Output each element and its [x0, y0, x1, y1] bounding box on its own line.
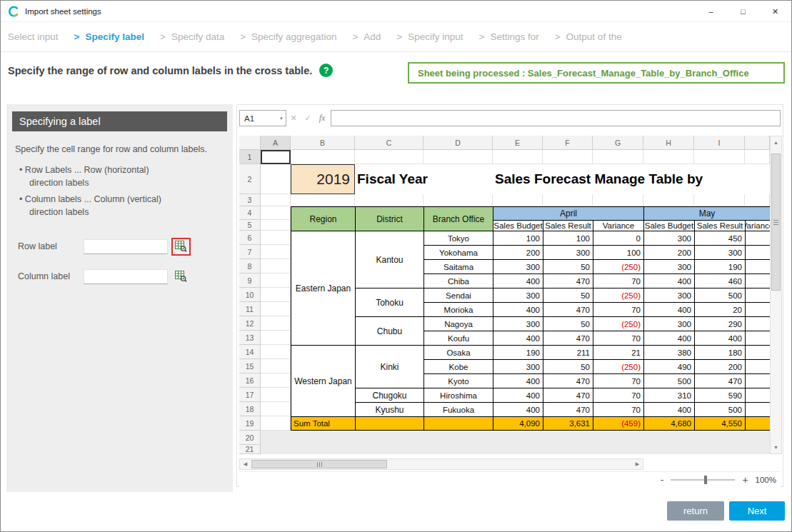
- value-cell-clipped[interactable]: [745, 273, 770, 288]
- value-cell[interactable]: 460: [694, 273, 745, 288]
- cell-G21[interactable]: [593, 445, 643, 454]
- sum-cell-clipped[interactable]: [745, 416, 770, 431]
- cell-J21[interactable]: [745, 445, 770, 454]
- cell-B20[interactable]: [291, 431, 355, 445]
- header-may[interactable]: May: [643, 206, 770, 220]
- cell-A8[interactable]: [261, 259, 291, 273]
- value-cell[interactable]: 300: [543, 245, 593, 259]
- branch-cell[interactable]: Sendai: [423, 288, 493, 302]
- vertical-scrollbar[interactable]: ▲ ▼: [770, 136, 782, 454]
- column-header-C[interactable]: C: [355, 136, 423, 150]
- cell-B3[interactable]: [291, 194, 355, 206]
- cell-F21[interactable]: [543, 445, 593, 454]
- header-branch-office[interactable]: Branch Office: [423, 206, 493, 231]
- value-cell[interactable]: 300: [493, 288, 543, 302]
- value-cell[interactable]: 300: [493, 359, 543, 373]
- value-cell-clipped[interactable]: [745, 259, 770, 273]
- cell-D3[interactable]: [423, 194, 493, 206]
- select-all-corner[interactable]: [239, 136, 261, 150]
- cell-A5[interactable]: [261, 220, 291, 231]
- value-cell[interactable]: 450: [694, 231, 745, 245]
- cell-year[interactable]: 2019: [291, 164, 355, 194]
- row-header-10[interactable]: 10: [239, 288, 261, 302]
- value-cell[interactable]: 590: [694, 388, 745, 402]
- fx-icon[interactable]: fx: [315, 113, 329, 124]
- subheader-variance[interactable]: Variance: [745, 220, 770, 231]
- cell-A16[interactable]: [261, 373, 291, 388]
- value-cell[interactable]: 300: [694, 245, 745, 259]
- value-cell-clipped[interactable]: [745, 388, 770, 402]
- branch-cell[interactable]: Kobe: [423, 359, 493, 373]
- value-cell[interactable]: 400: [493, 273, 543, 288]
- district-cell[interactable]: Kinki: [355, 345, 423, 388]
- value-cell[interactable]: 470: [543, 373, 593, 388]
- wizard-step-specify-data[interactable]: >Specify data: [160, 31, 224, 42]
- cell-J20[interactable]: [745, 431, 770, 445]
- row-header-17[interactable]: 17: [239, 388, 261, 402]
- cell-A7[interactable]: [261, 245, 291, 259]
- row-header-5[interactable]: 5: [239, 220, 261, 231]
- row-header-14[interactable]: 14: [239, 345, 261, 359]
- subheader-sales-result[interactable]: Sales Result: [543, 220, 593, 231]
- cell-C1[interactable]: [355, 150, 423, 164]
- value-cell-clipped[interactable]: [745, 316, 770, 331]
- cell-A18[interactable]: [261, 402, 291, 416]
- row-header-6[interactable]: 6: [239, 231, 261, 245]
- cell-H20[interactable]: [643, 431, 694, 445]
- cell-I3[interactable]: [694, 194, 745, 206]
- row-header-4[interactable]: 4: [239, 206, 261, 220]
- value-cell-clipped[interactable]: [745, 373, 770, 388]
- cell-I21[interactable]: [694, 445, 745, 454]
- value-cell[interactable]: 400: [643, 402, 694, 416]
- value-cell[interactable]: 70: [593, 331, 643, 345]
- cell-A10[interactable]: [261, 288, 291, 302]
- value-cell[interactable]: (250): [593, 259, 643, 273]
- row-header-3[interactable]: 3: [239, 194, 261, 206]
- value-cell[interactable]: 200: [643, 245, 694, 259]
- value-cell[interactable]: 20: [694, 302, 745, 316]
- district-cell[interactable]: Chugoku: [355, 388, 423, 402]
- cell-A2[interactable]: [261, 164, 291, 194]
- row-header-2[interactable]: 2: [239, 164, 261, 194]
- value-cell[interactable]: 100: [543, 231, 593, 245]
- cancel-icon[interactable]: ✕: [286, 114, 301, 123]
- value-cell[interactable]: 400: [643, 302, 694, 316]
- name-box[interactable]: A1 ▼: [239, 110, 286, 126]
- value-cell[interactable]: 470: [543, 331, 593, 345]
- branch-cell[interactable]: Yokohama: [423, 245, 493, 259]
- row-label-input[interactable]: [84, 239, 168, 254]
- cell-C20[interactable]: [355, 431, 423, 445]
- cell-F1[interactable]: [543, 150, 593, 164]
- maximize-button[interactable]: □: [727, 1, 759, 22]
- wizard-step-output-of-the[interactable]: >Output of the: [555, 31, 622, 42]
- cell-A20[interactable]: [261, 431, 291, 445]
- value-cell[interactable]: (250): [593, 316, 643, 331]
- value-cell-clipped[interactable]: [745, 245, 770, 259]
- value-cell[interactable]: 400: [643, 273, 694, 288]
- active-cell-outline[interactable]: [261, 150, 291, 164]
- value-cell[interactable]: 500: [694, 288, 745, 302]
- row-header-1[interactable]: 1: [239, 150, 261, 164]
- row-header-21[interactable]: 21: [239, 445, 261, 454]
- cell-A11[interactable]: [261, 302, 291, 316]
- cell-H21[interactable]: [643, 445, 694, 454]
- value-cell[interactable]: 50: [543, 259, 593, 273]
- row-header-19[interactable]: 19: [239, 416, 261, 431]
- cell-A17[interactable]: [261, 388, 291, 402]
- header-region[interactable]: Region: [291, 206, 355, 231]
- value-cell[interactable]: 300: [493, 316, 543, 331]
- column-header-I[interactable]: I: [694, 136, 745, 150]
- row-header-15[interactable]: 15: [239, 359, 261, 373]
- sum-total-label[interactable]: Sum Total: [291, 416, 355, 431]
- header-april[interactable]: April: [493, 206, 643, 220]
- cell-J1[interactable]: [745, 150, 770, 164]
- wizard-step-specify-input[interactable]: >Specify input: [396, 31, 463, 42]
- value-cell[interactable]: 190: [493, 345, 543, 359]
- value-cell[interactable]: 190: [694, 259, 745, 273]
- value-cell[interactable]: 400: [643, 331, 694, 345]
- close-button[interactable]: ✕: [759, 1, 791, 22]
- district-cell[interactable]: Kantou: [355, 231, 423, 288]
- value-cell-clipped[interactable]: [745, 359, 770, 373]
- cell-A9[interactable]: [261, 273, 291, 288]
- cell-E21[interactable]: [493, 445, 543, 454]
